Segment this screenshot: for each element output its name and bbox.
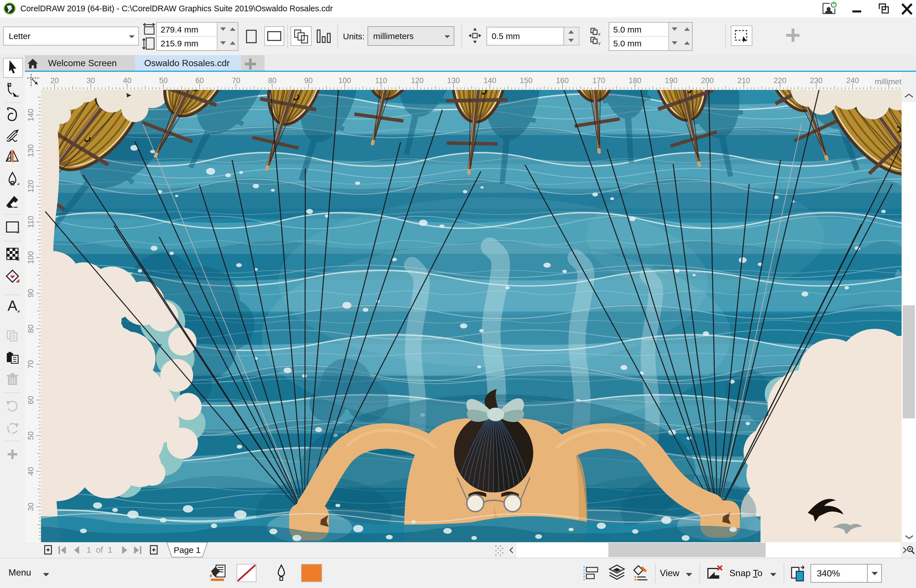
svg-text:120: 120 [27,180,35,192]
svg-text:A: A [8,297,18,314]
svg-text:90: 90 [27,289,35,297]
svg-text:y: y [598,41,601,45]
svg-text:Page 1: Page 1 [174,545,200,555]
svg-text:30: 30 [27,502,35,511]
svg-text:110: 110 [27,216,35,228]
svg-text:x: x [598,32,601,37]
svg-text:50: 50 [27,431,35,440]
svg-text:60: 60 [27,396,35,404]
svg-text:140: 140 [27,108,35,121]
svg-text:80: 80 [27,325,35,333]
svg-text:40: 40 [27,467,35,475]
svg-text:130: 130 [27,144,35,157]
svg-text:70: 70 [27,360,35,368]
svg-text:100: 100 [27,251,35,264]
